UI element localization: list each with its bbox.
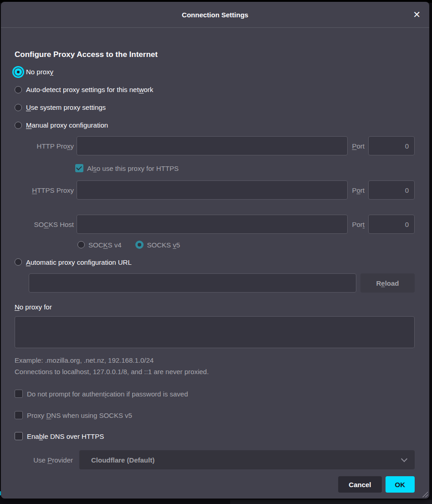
radio-label: No proxy — [26, 67, 53, 77]
radio-label: Manual proxy configuration — [26, 120, 108, 131]
http-port-label: Port — [352, 142, 365, 150]
provider-selected-value: Cloudflare (Default) — [91, 456, 154, 464]
checkbox-proxy-dns-row: Proxy DNS when using SOCKS v5 — [15, 410, 415, 421]
socks-v5-label: SOCKS v5 — [147, 241, 180, 249]
radio-button-icon[interactable] — [15, 86, 22, 93]
cancel-button[interactable]: Cancel — [338, 476, 381, 493]
radio-socks-v4-icon — [77, 241, 85, 248]
localhost-note-text: Connections to localhost, 127.0.0.1/8, a… — [15, 367, 415, 376]
ok-button[interactable]: OK — [386, 476, 415, 493]
http-proxy-input — [77, 136, 348, 155]
radio-button-icon[interactable] — [15, 122, 22, 129]
radio-label: Automatic proxy configuration URL — [26, 258, 132, 266]
radio-manual-proxy[interactable]: Manual proxy configuration — [15, 120, 415, 131]
auto-proxy-url-row: Reload — [29, 273, 415, 293]
dialog-content: Configure Proxy Access to the Internet N… — [1, 50, 429, 493]
checkbox-icon — [15, 411, 23, 419]
checkbox-label: Enable DNS over HTTPS — [27, 432, 104, 440]
radio-no-proxy[interactable]: No proxy — [15, 67, 415, 77]
socks-port-input — [368, 215, 415, 234]
checkbox-checked-icon — [75, 164, 83, 172]
radio-button-icon[interactable] — [15, 104, 22, 111]
https-proxy-input — [77, 180, 348, 200]
no-proxy-for-label: No proxy for — [15, 302, 415, 312]
radio-label: Use system proxy settings — [26, 102, 106, 113]
checkbox-icon[interactable] — [15, 432, 23, 440]
connection-settings-dialog: Connection Settings ✕ Configure Proxy Ac… — [1, 2, 429, 499]
close-icon[interactable]: ✕ — [413, 10, 421, 19]
dialog-title: Connection Settings — [182, 11, 248, 19]
socks-version-row: SOCKS v4 SOCKS v5 — [77, 239, 415, 250]
checkbox-no-auth-prompt-row: Do not prompt for authentication if pass… — [15, 388, 415, 399]
page-title: Configure Proxy Access to the Internet — [15, 50, 415, 60]
socks-v4-label: SOCKS v4 — [88, 241, 122, 249]
dialog-titlebar: Connection Settings ✕ — [1, 2, 429, 28]
share-proxy-label: Also use this proxy for HTTPS — [87, 165, 179, 172]
radio-button-icon[interactable] — [15, 258, 22, 266]
radio-label: Auto-detect proxy settings for this netw… — [26, 84, 153, 95]
socks-port-label: Port — [352, 221, 365, 228]
reload-button: Reload — [360, 273, 415, 293]
radio-socks-v5-icon — [135, 241, 144, 249]
dialog-footer: Cancel OK — [15, 476, 415, 493]
checkbox-enable-doh-row[interactable]: Enable DNS over HTTPS — [15, 431, 415, 442]
socks-host-input — [77, 215, 348, 234]
radio-auto-proxy-url[interactable]: Automatic proxy configuration URL — [15, 257, 415, 267]
http-proxy-row: HTTP Proxy Port — [15, 136, 415, 155]
https-proxy-row: HTTPS Proxy Port — [15, 180, 415, 200]
provider-dropdown: Cloudflare (Default) — [79, 450, 415, 469]
https-port-input — [368, 180, 415, 200]
checkbox-label: Proxy DNS when using SOCKS v5 — [27, 411, 132, 419]
radio-system-proxy[interactable]: Use system proxy settings — [15, 102, 415, 113]
checkbox-icon — [15, 390, 23, 398]
use-provider-label: Use Provider — [15, 456, 79, 464]
share-proxy-checkbox-row: Also use this proxy for HTTPS — [75, 163, 415, 174]
doh-provider-row: Use Provider Cloudflare (Default) — [15, 450, 415, 469]
radio-auto-detect-proxy[interactable]: Auto-detect proxy settings for this netw… — [15, 84, 415, 95]
socks-host-row: SOCKS Host Port — [15, 215, 415, 234]
auto-proxy-url-input — [29, 273, 356, 293]
https-port-label: Port — [352, 186, 365, 194]
checkbox-label: Do not prompt for authentication if pass… — [27, 390, 188, 398]
radio-button-icon[interactable] — [15, 68, 22, 76]
no-proxy-example-text: Example: .mozilla.org, .net.nz, 192.168.… — [15, 356, 415, 365]
no-proxy-for-textarea[interactable] — [15, 316, 415, 348]
http-proxy-label: HTTP Proxy — [15, 142, 77, 150]
https-proxy-label: HTTPS Proxy — [15, 186, 77, 194]
chevron-down-icon — [401, 455, 407, 462]
background-page-edge — [230, 500, 432, 504]
http-port-input — [368, 136, 415, 155]
socks-host-label: SOCKS Host — [15, 221, 77, 228]
